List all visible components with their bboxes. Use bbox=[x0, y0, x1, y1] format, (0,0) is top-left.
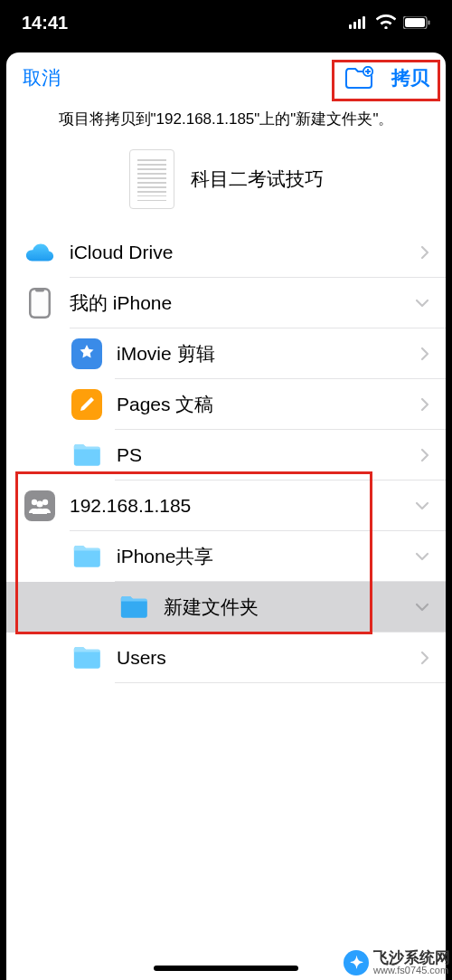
svg-rect-5 bbox=[405, 18, 425, 27]
svg-rect-1 bbox=[353, 22, 356, 29]
svg-rect-0 bbox=[349, 24, 352, 29]
new-folder-icon[interactable] bbox=[344, 66, 373, 90]
chevron-right-icon bbox=[420, 347, 429, 361]
location-list: iCloud Drive 我的 iPhone iMovie 剪辑 bbox=[6, 227, 446, 683]
folder-iphone-share[interactable]: iPhone共享 bbox=[6, 531, 446, 582]
row-label: 我的 iPhone bbox=[57, 290, 415, 316]
imovie-icon bbox=[71, 338, 102, 369]
row-label: PS bbox=[104, 444, 420, 466]
wifi-icon bbox=[376, 13, 396, 33]
row-label: iCloud Drive bbox=[57, 242, 420, 263]
folder-icon bbox=[118, 592, 149, 623]
svg-point-16 bbox=[42, 500, 48, 505]
home-indicator[interactable] bbox=[154, 966, 298, 971]
folder-ps[interactable]: PS bbox=[6, 430, 446, 480]
folder-new-folder[interactable]: 新建文件夹 bbox=[6, 582, 446, 633]
svg-rect-3 bbox=[363, 16, 365, 29]
chevron-right-icon bbox=[420, 245, 429, 260]
row-label: 新建文件夹 bbox=[151, 595, 415, 620]
status-time: 14:41 bbox=[22, 13, 68, 33]
row-label: Users bbox=[104, 647, 420, 669]
document-thumbnail-icon bbox=[129, 149, 174, 209]
svg-rect-11 bbox=[35, 289, 44, 291]
location-my-iphone[interactable]: 我的 iPhone bbox=[6, 278, 446, 328]
chevron-down-icon bbox=[415, 552, 429, 561]
svg-rect-10 bbox=[32, 290, 49, 317]
folder-users[interactable]: Users bbox=[6, 633, 446, 683]
folder-icon bbox=[71, 440, 102, 471]
icloud-icon bbox=[24, 237, 55, 268]
shared-server-icon bbox=[24, 490, 55, 521]
folder-pages[interactable]: Pages 文稿 bbox=[6, 379, 446, 430]
svg-rect-6 bbox=[428, 20, 430, 24]
row-label: iPhone共享 bbox=[104, 544, 415, 569]
watermark-url: www.fs0745.com bbox=[373, 966, 450, 976]
row-label: Pages 文稿 bbox=[104, 392, 420, 417]
pages-icon bbox=[71, 389, 102, 420]
location-server[interactable]: 192.168.1.185 bbox=[6, 480, 446, 531]
cancel-button[interactable]: 取消 bbox=[23, 65, 61, 90]
watermark-logo-icon: ✦ bbox=[344, 950, 369, 975]
chevron-right-icon bbox=[420, 397, 429, 412]
copy-button[interactable]: 拷贝 bbox=[391, 65, 429, 90]
chevron-down-icon bbox=[415, 299, 429, 308]
folder-imovie[interactable]: iMovie 剪辑 bbox=[6, 328, 446, 379]
sheet-header: 取消 拷贝 bbox=[6, 52, 446, 103]
watermark-title: 飞沙系统网 bbox=[373, 950, 450, 966]
watermark: ✦ 飞沙系统网 www.fs0745.com bbox=[344, 950, 450, 976]
signal-icon bbox=[349, 13, 369, 33]
location-icloud[interactable]: iCloud Drive bbox=[6, 227, 446, 278]
chevron-down-icon bbox=[415, 603, 429, 612]
folder-icon bbox=[71, 642, 102, 673]
row-label: iMovie 剪辑 bbox=[104, 341, 420, 366]
svg-point-17 bbox=[36, 500, 42, 507]
folder-icon bbox=[71, 541, 102, 572]
svg-point-15 bbox=[32, 500, 37, 505]
battery-icon bbox=[403, 13, 430, 33]
file-preview: 科目二考试技巧 bbox=[6, 142, 446, 227]
chevron-down-icon bbox=[415, 501, 429, 510]
chevron-right-icon bbox=[420, 651, 429, 665]
svg-rect-2 bbox=[358, 19, 361, 29]
iphone-icon bbox=[24, 288, 55, 319]
subtitle-text: 项目将拷贝到"192.168.1.185"上的"新建文件夹"。 bbox=[6, 103, 446, 142]
file-name: 科目二考试技巧 bbox=[191, 167, 324, 192]
row-label: 192.168.1.185 bbox=[57, 495, 415, 517]
chevron-right-icon bbox=[420, 448, 429, 462]
